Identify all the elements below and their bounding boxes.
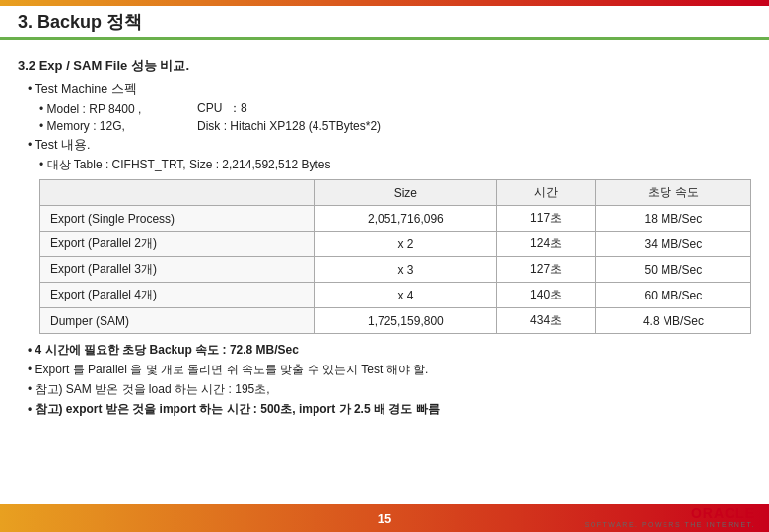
test-content-label: • Test 내용.: [28, 137, 751, 154]
row-speed: 34 MB/Sec: [595, 232, 750, 257]
row-time: 140초: [497, 283, 595, 308]
table-header-row: Size 시간 초당 속도: [40, 180, 751, 206]
row-size: 1,725,159,800: [315, 308, 497, 334]
target-table-label: • 대상 Table : CIFHST_TRT, Size : 2,214,59…: [39, 157, 751, 173]
section-subtitle: 3.2 Exp / SAM File 성능 비교.: [18, 57, 751, 75]
table-row: Export (Parallel 4개) x 4 140초 60 MB/Sec: [40, 283, 751, 308]
content-area: 3.2 Exp / SAM File 성능 비교. • Test Machine…: [18, 47, 751, 493]
oracle-brand-text: ORACLE: [691, 505, 755, 521]
memory-label: • Memory : 12G,: [39, 119, 197, 133]
top-decorative-bar: [0, 0, 769, 6]
table-row: Export (Single Process) 2,051,716,096 11…: [40, 206, 751, 232]
cpu-value: ：8: [229, 101, 247, 115]
row-label: Export (Parallel 3개): [40, 257, 315, 283]
table-row: Export (Parallel 3개) x 3 127초 50 MB/Sec: [40, 257, 751, 283]
row-label: Dumper (SAM): [40, 308, 315, 334]
memory-row: • Memory : 12G, Disk : Hitachi XP128 (4.…: [39, 119, 751, 133]
col-header-speed: 초당 속도: [595, 180, 750, 206]
oracle-tagline: SOFTWARE. POWERS THE INTERNET.: [585, 521, 755, 528]
note-item: • 참고) export 받은 것을 import 하는 시간 : 500초, …: [28, 401, 751, 418]
row-label: Export (Parallel 4개): [40, 283, 315, 308]
row-speed: 18 MB/Sec: [595, 206, 750, 232]
disk-label: Disk : Hitachi XP128 (4.5TBytes*2): [197, 119, 381, 133]
row-time: 127초: [497, 257, 595, 283]
page-title: 3. Backup 정책: [18, 10, 142, 33]
row-size: x 3: [315, 257, 497, 283]
col-header-time: 시간: [497, 180, 595, 206]
row-size: 2,051,716,096: [315, 206, 497, 232]
table-row: Dumper (SAM) 1,725,159,800 434초 4.8 MB/S…: [40, 308, 751, 334]
note-item: • 참고) SAM 받온 것을 load 하는 시간 : 195초,: [28, 381, 751, 398]
performance-table: Size 시간 초당 속도 Export (Single Process) 2,…: [39, 179, 751, 334]
page-number: 15: [378, 511, 391, 526]
model-row: • Model : RP 8400 , CPU ：8: [39, 100, 751, 117]
note-item: • 4 시간에 필요한 초당 Backup 속도 : 72.8 MB/Sec: [28, 342, 751, 359]
row-time: 434초: [497, 308, 595, 334]
row-label: Export (Single Process): [40, 206, 315, 232]
row-speed: 4.8 MB/Sec: [595, 308, 750, 334]
cpu-label: CPU ：8: [197, 100, 247, 117]
title-underline: [0, 37, 769, 40]
oracle-logo: ORACLE SOFTWARE. POWERS THE INTERNET.: [585, 505, 755, 528]
notes-section: • 4 시간에 필요한 초당 Backup 속도 : 72.8 MB/Sec• …: [18, 342, 751, 418]
row-time: 124초: [497, 232, 595, 257]
cpu-text: CPU: [197, 101, 222, 115]
row-speed: 50 MB/Sec: [595, 257, 750, 283]
row-time: 117초: [497, 206, 595, 232]
note-item: • Export 를 Parallel 을 몇 개로 돌리면 쥐 속도를 맞출 …: [28, 362, 751, 378]
row-size: x 2: [315, 232, 497, 257]
table-row: Export (Parallel 2개) x 2 124초 34 MB/Sec: [40, 232, 751, 257]
col-header-size: Size: [315, 180, 497, 206]
test-machine-label: • Test Machine 스펙: [28, 81, 751, 98]
model-label: • Model : RP 8400 ,: [39, 102, 197, 116]
row-label: Export (Parallel 2개): [40, 232, 315, 257]
row-size: x 4: [315, 283, 497, 308]
row-speed: 60 MB/Sec: [595, 283, 750, 308]
col-header-empty: [40, 180, 315, 206]
